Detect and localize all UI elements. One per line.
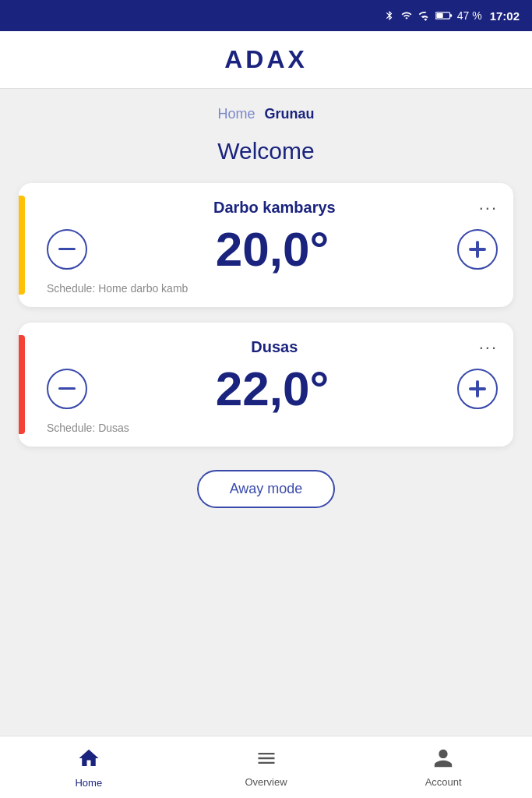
card-schedule-dusas: Schedule: Dusas [47,422,498,434]
nav-item-overview[interactable]: Overview [178,736,355,798]
home-icon [77,747,100,774]
nav-item-home[interactable]: Home [0,736,178,798]
card-schedule-darbo: Schedule: Home darbo kamb [47,282,498,295]
card-title-dusas: Dusas [70,338,479,356]
nav-label-overview: Overview [245,776,287,788]
bottom-nav: Home Overview Account [0,736,532,798]
battery-text: 47 % [457,9,482,22]
decrease-btn-dusas[interactable] [47,369,87,409]
decrease-btn-darbo[interactable] [47,229,87,270]
card-controls-dusas: 22,0° [47,362,498,415]
nav-item-account[interactable]: Account [354,736,532,798]
welcome-title: Welcome [0,138,532,164]
device-card-dusas: Dusas ··· 22,0° Schedule: Dusas [19,323,513,447]
minus-icon-dusas [58,387,76,390]
svg-rect-6 [58,387,76,390]
card-header-darbo: Darbo kambarys ··· [47,199,498,217]
plus-icon-dusas [469,380,486,397]
cards-container: Darbo kambarys ··· 20,0° Schedule: Hom [0,183,532,447]
card-menu-darbo[interactable]: ··· [479,200,498,217]
svg-rect-2 [436,13,442,18]
overview-icon [255,747,277,773]
minus-icon-darbo [58,248,76,251]
card-title-darbo: Darbo kambarys [70,199,479,217]
app-logo: ADAX [224,45,308,74]
svg-rect-3 [58,248,76,250]
signal-icon [418,9,431,22]
time-display: 17:02 [490,9,520,23]
plus-icon-darbo [469,241,486,258]
bluetooth-icon [384,9,395,23]
away-mode-button[interactable]: Away mode [197,470,336,508]
battery-icon [435,10,453,21]
svg-rect-1 [449,14,452,16]
card-menu-dusas[interactable]: ··· [479,339,498,356]
increase-btn-dusas[interactable] [457,369,498,409]
account-icon [432,747,454,773]
svg-rect-5 [469,248,486,251]
card-indicator-yellow [19,196,25,295]
app-header: ADAX [0,31,532,89]
status-icons: 47 % 17:02 [384,9,520,23]
card-indicator-orange [19,335,25,434]
nav-label-account: Account [425,776,462,788]
card-header-dusas: Dusas ··· [47,338,498,356]
temp-display-dusas: 22,0° [87,362,457,415]
breadcrumb-home[interactable]: Home [217,106,255,122]
nav-label-home: Home [75,777,102,789]
card-controls-darbo: 20,0° [47,223,498,276]
breadcrumb: Home Grunau [0,89,532,130]
status-bar: 47 % 17:02 [0,0,532,31]
away-mode-container: Away mode [0,470,532,508]
main-content: Home Grunau Welcome Darbo kambarys ··· 2… [0,89,532,736]
wifi-icon [400,10,414,21]
svg-rect-8 [469,387,486,390]
device-card-darbo: Darbo kambarys ··· 20,0° Schedule: Hom [19,183,513,307]
breadcrumb-current[interactable]: Grunau [265,106,315,122]
temp-display-darbo: 20,0° [87,223,457,276]
increase-btn-darbo[interactable] [457,229,498,270]
